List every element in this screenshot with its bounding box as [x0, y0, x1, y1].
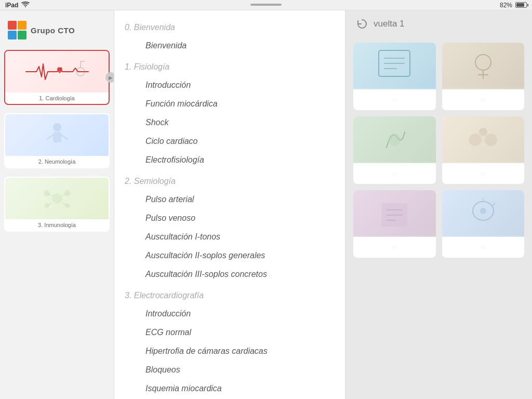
toc-item-bienvenida[interactable]: Bienvenida — [125, 36, 345, 55]
content-area: vuelta 1 ··· — [345, 10, 532, 399]
toc-item-introduccion-1[interactable]: Introducción — [125, 76, 345, 95]
neumologia-illustration — [36, 119, 78, 151]
battery-percent: 82% — [500, 2, 512, 9]
card-placeholder-1 — [353, 43, 436, 89]
card-label-blur-6: ··· — [481, 244, 485, 250]
card-label-area-2: ··· — [442, 89, 525, 110]
toc-item-ecg-normal[interactable]: ECG normal — [125, 323, 345, 342]
main-container: Grupo CTO — [0, 10, 532, 399]
ecg-illustration — [23, 59, 91, 85]
home-indicator — [250, 4, 282, 6]
device-name: iPad — [5, 2, 18, 9]
toc-item-bloqueos[interactable]: Bloqueos — [125, 361, 345, 379]
card-label-area-4: ··· — [442, 163, 525, 184]
logo-text: Grupo CTO — [31, 26, 75, 35]
svg-point-7 — [52, 193, 62, 204]
card-label-blur-3: ··· — [392, 170, 397, 177]
sidebar-items: 1. Cardiología ▶ 2. Neumología — [0, 50, 114, 399]
svg-line-6 — [61, 135, 68, 139]
sidebar-card-1[interactable]: 1. Cardiología — [4, 50, 110, 105]
sidebar-item-cardiologia[interactable]: 1. Cardiología ▶ — [4, 50, 110, 105]
svg-point-20 — [475, 55, 491, 70]
svg-point-24 — [469, 134, 482, 146]
toc-item-auscultacion-3[interactable]: Auscultación III-soplos concretos — [125, 265, 345, 284]
content-grid: ··· ··· — [345, 37, 532, 263]
status-right: 82% — [500, 2, 527, 9]
card-image-1 — [5, 51, 109, 92]
card-label-blur-4: ··· — [481, 170, 485, 177]
toc-item-auscultacion-2[interactable]: Auscultación II-soplos generales — [125, 246, 345, 265]
toc-item-pulso-arterial[interactable]: Pulso arterial — [125, 190, 345, 209]
toc-item-shock[interactable]: Shock — [125, 113, 345, 132]
card-placeholder-6 — [442, 190, 525, 237]
toc-panel: 0. Bienvenida Bienvenida 1. Fisiología I… — [114, 10, 345, 399]
svg-point-3 — [53, 123, 61, 131]
content-card-4[interactable]: ··· — [442, 116, 525, 184]
content-card-5[interactable]: ··· — [353, 190, 436, 258]
svg-rect-4 — [53, 132, 61, 142]
toc-section-3: 3. Electrocardiografía — [125, 284, 345, 304]
logo-area: Grupo CTO — [0, 16, 114, 50]
toc-item-pulso-venoso[interactable]: Pulso venoso — [125, 209, 345, 228]
content-card-1[interactable]: ··· — [353, 43, 436, 110]
toc-item-electrofisiologia[interactable]: Electrofisiología — [125, 151, 345, 169]
card-image-3 — [5, 178, 109, 219]
card-label-area-6: ··· — [442, 237, 525, 258]
toc-item-ciclo-cardiaco[interactable]: Ciclo cardiaco — [125, 132, 345, 151]
content-card-3[interactable]: ··· — [353, 116, 436, 184]
svg-point-25 — [485, 134, 497, 146]
card-label-blur-5: ··· — [392, 244, 397, 250]
card-placeholder-3 — [353, 116, 436, 163]
card-label-3: 3. Inmunología — [5, 219, 109, 231]
svg-line-34 — [493, 203, 495, 206]
svg-point-26 — [479, 128, 487, 136]
sidebar: Grupo CTO — [0, 10, 114, 399]
card-label-blur-2: ··· — [481, 97, 485, 103]
sidebar-item-inmunologia[interactable]: 3. Inmunología — [4, 177, 110, 232]
card-label-1: 1. Cardiología — [5, 92, 109, 104]
toc-item-funcion-miocardica[interactable]: Función miocárdica — [125, 95, 345, 113]
svg-line-5 — [47, 135, 53, 139]
status-bar: iPad 82% — [0, 0, 532, 10]
sidebar-card-3[interactable]: 3. Inmunología — [4, 177, 110, 232]
content-card-2[interactable]: ··· — [442, 43, 525, 110]
toc-item-auscultacion-1[interactable]: Auscultación I-tonos — [125, 228, 345, 246]
logo-icon — [8, 21, 26, 39]
svg-point-32 — [480, 208, 486, 214]
svg-point-23 — [388, 134, 401, 146]
inmunologia-illustration — [36, 183, 78, 214]
vuelta-label: vuelta 1 — [374, 19, 405, 29]
toc-item-hipertrofia[interactable]: Hipertrofia de cámaras cardiacas — [125, 342, 345, 361]
expand-arrow-1[interactable]: ▶ — [105, 72, 114, 83]
toc-section-2: 2. Semiología — [125, 169, 345, 190]
card-placeholder-4 — [442, 116, 525, 163]
toc-item-isquemia[interactable]: Isquemia miocardica — [125, 379, 345, 398]
toc-section-1: 1. Fisiología — [125, 55, 345, 76]
status-left: iPad — [5, 2, 30, 9]
content-card-6[interactable]: ··· — [442, 190, 525, 258]
card-image-2 — [5, 114, 109, 156]
refresh-icon[interactable] — [356, 18, 368, 30]
card-label-blur-1: ··· — [392, 97, 397, 103]
battery-icon — [515, 2, 527, 8]
content-header: vuelta 1 — [345, 10, 532, 37]
card-label-area-1: ··· — [353, 89, 436, 110]
wifi-icon — [21, 2, 30, 9]
toc-item-introduccion-3[interactable]: Introducción — [125, 304, 345, 323]
card-label-2: 2. Neumología — [5, 156, 109, 167]
toc-section-0: 0. Bienvenida — [125, 16, 345, 36]
card-label-area-5: ··· — [353, 237, 436, 258]
sidebar-card-2[interactable]: 2. Neumología — [4, 113, 110, 168]
sidebar-item-neumologia[interactable]: 2. Neumología — [4, 113, 110, 168]
card-label-area-3: ··· — [353, 163, 436, 184]
card-placeholder-2 — [442, 43, 525, 89]
card-placeholder-5 — [353, 190, 436, 237]
